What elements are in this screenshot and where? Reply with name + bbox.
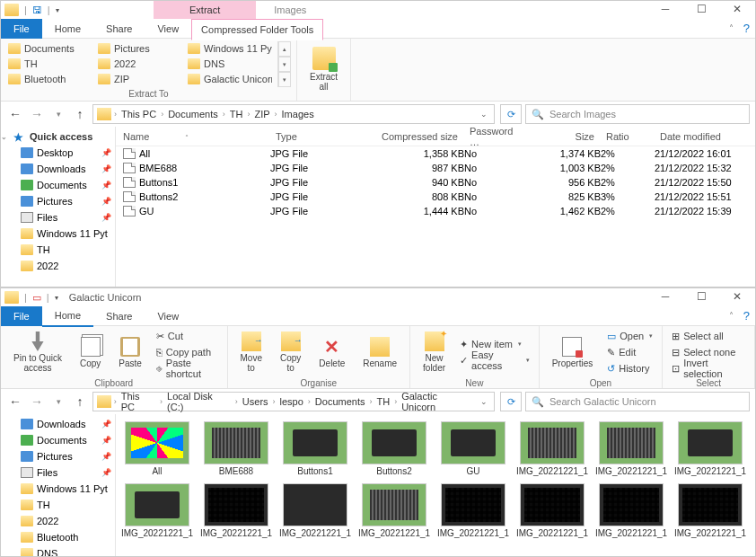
col-password[interactable]: Password … xyxy=(464,127,516,147)
extract-dest[interactable]: TH xyxy=(6,57,92,72)
nav-item[interactable]: Desktop📌 xyxy=(1,145,115,161)
thumbnail-item[interactable]: IMG_20221221_14 xyxy=(123,483,191,538)
thumbnail-item[interactable]: All xyxy=(123,421,191,476)
nav-back[interactable]: ← xyxy=(6,105,24,123)
extract-dest[interactable]: Documents xyxy=(6,41,92,57)
table-row[interactable]: All JPG File1,358 KBNo 1,374 KB2%21/12/2… xyxy=(116,146,755,161)
col-compressed[interactable]: Compressed size xyxy=(376,131,464,142)
tab-view[interactable]: View xyxy=(145,306,191,326)
thumbnail-item[interactable]: IMG_20221221_14 xyxy=(281,483,349,538)
nav-forward[interactable]: → xyxy=(28,393,46,411)
nav-item[interactable]: Pictures📌 xyxy=(1,193,115,209)
extract-dest[interactable]: Galactic Unicorn xyxy=(186,72,272,87)
easy-access-button[interactable]: ✓Easy access▾ xyxy=(456,352,533,368)
tab-home[interactable]: Home xyxy=(42,19,93,39)
tab-share[interactable]: Share xyxy=(93,19,145,39)
tab-compressed-tools[interactable]: Compressed Folder Tools xyxy=(191,19,323,40)
nav-forward[interactable]: → xyxy=(28,105,46,123)
crumb[interactable]: ZIP xyxy=(251,109,273,119)
nav-item[interactable]: Files📌 xyxy=(1,464,115,481)
invert-selection-button[interactable]: ⊡Invert selection xyxy=(668,360,749,376)
delete-button[interactable]: ✕Delete xyxy=(312,333,352,372)
ribbon-collapse[interactable]: ˄ xyxy=(729,23,734,33)
crumb[interactable]: This PC xyxy=(118,109,160,119)
paste-button[interactable]: Paste xyxy=(111,333,149,372)
col-ratio[interactable]: Ratio xyxy=(601,131,655,142)
extract-dest[interactable]: Bluetooth xyxy=(6,72,92,87)
address-dropdown[interactable]: ⌄ xyxy=(476,397,492,406)
open-button[interactable]: ▭Open▾ xyxy=(603,328,656,344)
maximize-button[interactable]: ☐ xyxy=(683,1,719,19)
titlebar[interactable]: | 🖫 | ▾ Extract Images ─ ☐ ✕ xyxy=(1,1,755,19)
table-row[interactable]: BME688 JPG File987 KBNo 1,003 KB2%21/12/… xyxy=(116,161,755,175)
thumbnail-item[interactable]: IMG_20221221_140800 xyxy=(518,421,586,476)
crumb[interactable]: This PC xyxy=(118,391,159,412)
nav-item[interactable]: 2022 xyxy=(1,513,115,529)
pin-to-quick-access[interactable]: Pin to Quick access xyxy=(6,328,69,376)
rename-button[interactable]: Rename xyxy=(356,333,404,372)
nav-item[interactable]: Documents📌 xyxy=(1,177,115,193)
nav-item[interactable]: 2022 xyxy=(1,258,115,274)
nav-item[interactable]: Downloads📌 xyxy=(1,161,115,177)
col-date[interactable]: Date modified xyxy=(655,131,753,142)
titlebar[interactable]: | ▭ | ▾ Galactic Unicorn ─ ☐ ✕ xyxy=(1,288,755,306)
cut-button[interactable]: ✂Cut xyxy=(153,328,222,344)
thumbnail-item[interactable]: IMG_20221221_140830 xyxy=(676,421,744,476)
tab-file[interactable]: File xyxy=(1,19,42,39)
tab-home[interactable]: Home xyxy=(42,305,93,327)
thumbnail-item[interactable]: Buttons2 xyxy=(360,421,428,476)
nav-up[interactable]: ↑ xyxy=(71,393,89,411)
nav-item[interactable]: Documents📌 xyxy=(1,432,115,448)
qat-props-icon[interactable]: ▭ xyxy=(32,292,41,304)
minimize-button[interactable]: ─ xyxy=(647,1,683,19)
table-row[interactable]: GU JPG File1,444 KBNo 1,462 KB2%21/12/20… xyxy=(116,204,755,218)
nav-item[interactable]: TH xyxy=(1,497,115,513)
crumb[interactable]: lespo xyxy=(277,396,307,407)
search-box[interactable]: 🔍 Search Images xyxy=(525,104,750,124)
move-to-button[interactable]: Move to xyxy=(233,328,269,376)
extract-dest[interactable]: 2022 xyxy=(96,57,182,72)
thumbnail-item[interactable]: IMG_20221221_14 xyxy=(518,483,586,538)
extract-all-button[interactable]: Extract all xyxy=(303,43,345,95)
col-size[interactable]: Size xyxy=(516,131,601,142)
select-all-button[interactable]: ⊞Select all xyxy=(668,328,749,344)
column-headers[interactable]: Name˄ Type Compressed size Password … Si… xyxy=(116,127,755,146)
thumbnail-item[interactable]: IMG_20221221_14 xyxy=(360,483,428,538)
nav-item[interactable]: Files📌 xyxy=(1,209,115,225)
qat-save-icon[interactable]: 🖫 xyxy=(32,4,42,15)
nav-recent[interactable]: ▾ xyxy=(49,393,67,411)
paste-shortcut-button[interactable]: ⎆Paste shortcut xyxy=(153,360,222,376)
extract-dest[interactable]: DNS xyxy=(186,57,272,72)
nav-item[interactable]: Pictures📌 xyxy=(1,448,115,464)
thumbnail-item[interactable]: IMG_20221221_14 xyxy=(439,483,507,538)
gallery-down[interactable]: ▾ xyxy=(278,57,291,72)
nav-item[interactable]: Bluetooth xyxy=(1,529,115,545)
tab-view[interactable]: View xyxy=(145,19,191,39)
nav-item[interactable]: TH xyxy=(1,242,115,258)
ribbon-collapse[interactable]: ˄ xyxy=(729,311,734,321)
thumbnail-item[interactable]: GU xyxy=(439,421,507,476)
address-dropdown[interactable]: ⌄ xyxy=(476,110,492,119)
gallery-up[interactable]: ▴ xyxy=(278,41,291,57)
history-button[interactable]: ↺History xyxy=(603,360,656,376)
properties-button[interactable]: Properties xyxy=(545,333,601,372)
crumb[interactable]: Local Disk (C:) xyxy=(163,391,234,412)
nav-item[interactable]: Downloads📌 xyxy=(1,416,115,432)
gallery-more[interactable]: ▾ xyxy=(278,72,291,87)
nav-pane[interactable]: ⌄★Quick accessDesktop📌Downloads📌Document… xyxy=(1,127,116,287)
crumb[interactable]: TH xyxy=(226,109,247,119)
close-button[interactable]: ✕ xyxy=(719,1,755,19)
refresh-button[interactable]: ⟳ xyxy=(500,392,522,411)
nav-recent[interactable]: ▾ xyxy=(49,105,67,123)
search-box[interactable]: 🔍 Search Galactic Unicorn xyxy=(525,392,750,411)
nav-back[interactable]: ← xyxy=(6,393,24,411)
tab-file[interactable]: File xyxy=(1,306,42,326)
extract-dest[interactable]: Windows 11 Python xyxy=(186,41,272,57)
file-list[interactable]: Name˄ Type Compressed size Password … Si… xyxy=(116,127,755,287)
address-bar[interactable]: › This PC› Documents› TH› ZIP› Images ⌄ xyxy=(92,104,495,124)
help-icon[interactable]: ? xyxy=(743,309,750,323)
tab-share[interactable]: Share xyxy=(93,306,145,326)
crumb[interactable]: TH xyxy=(374,396,394,407)
qat-customize[interactable]: ▾ xyxy=(56,6,59,14)
crumb[interactable]: Images xyxy=(278,109,318,119)
